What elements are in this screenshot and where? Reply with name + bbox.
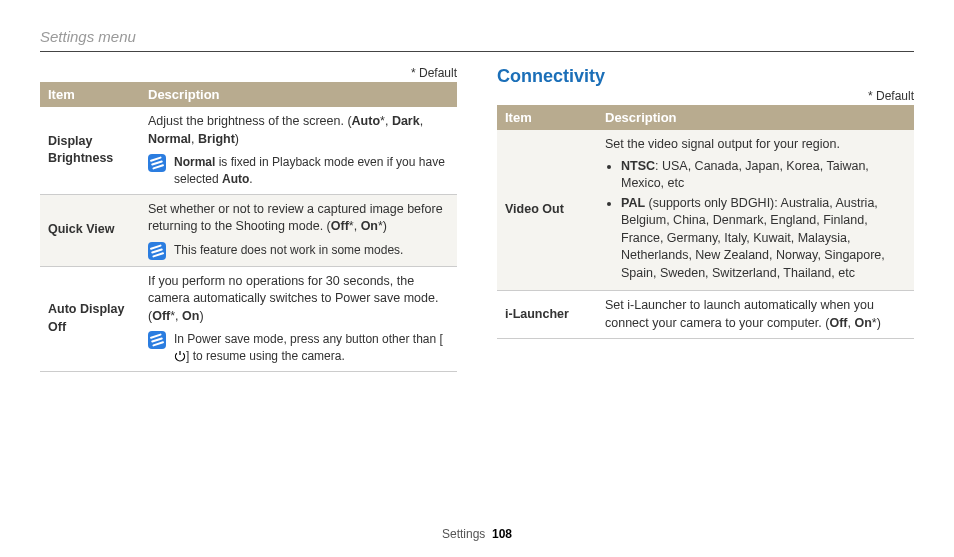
page-footer: Settings 108 xyxy=(0,527,954,541)
default-note-right: * Default xyxy=(497,89,914,103)
desc-cell: Set the video signal output for your reg… xyxy=(597,130,914,291)
default-note-left: * Default xyxy=(40,66,457,80)
note-icon xyxy=(148,242,166,260)
table-row: Quick View Set whether or not to review … xyxy=(40,194,457,266)
left-table: Item Description Display Brightness Adju… xyxy=(40,82,457,372)
note-icon xyxy=(148,154,166,172)
footer-page: 108 xyxy=(492,527,512,541)
desc-cell: If you perform no operations for 30 seco… xyxy=(140,266,457,371)
th-desc: Description xyxy=(597,105,914,130)
table-row: Display Brightness Adjust the brightness… xyxy=(40,107,457,194)
list-item: PAL (supports only BDGHI): Australia, Au… xyxy=(621,195,906,283)
section-title: Connectivity xyxy=(497,66,914,87)
th-item: Item xyxy=(497,105,597,130)
item-cell: Display Brightness xyxy=(40,107,140,194)
right-column: Connectivity * Default Item Description … xyxy=(497,66,914,372)
table-row: Auto Display Off If you perform no opera… xyxy=(40,266,457,371)
note-icon xyxy=(148,331,166,349)
desc-cell: Adjust the brightness of the screen. (Au… xyxy=(140,107,457,194)
th-item: Item xyxy=(40,82,140,107)
left-column: * Default Item Description Display Brigh… xyxy=(40,66,457,372)
note-text: Normal is fixed in Playback mode even if… xyxy=(174,154,449,188)
item-cell: i-Launcher xyxy=(497,291,597,339)
note-text: This feature does not work in some modes… xyxy=(174,242,449,259)
table-row: i-Launcher Set i-Launcher to launch auto… xyxy=(497,291,914,339)
item-cell: Video Out xyxy=(497,130,597,291)
th-desc: Description xyxy=(140,82,457,107)
item-cell: Quick View xyxy=(40,194,140,266)
note-text: In Power save mode, press any button oth… xyxy=(174,331,449,365)
table-row: Video Out Set the video signal output fo… xyxy=(497,130,914,291)
desc-cell: Set i-Launcher to launch automatically w… xyxy=(597,291,914,339)
page-header: Settings menu xyxy=(40,28,914,52)
power-icon xyxy=(174,350,186,362)
right-table: Item Description Video Out Set the video… xyxy=(497,105,914,339)
list-item: NTSC: USA, Canada, Japan, Korea, Taiwan,… xyxy=(621,158,906,193)
desc-cell: Set whether or not to review a captured … xyxy=(140,194,457,266)
item-cell: Auto Display Off xyxy=(40,266,140,371)
footer-label: Settings xyxy=(442,527,485,541)
